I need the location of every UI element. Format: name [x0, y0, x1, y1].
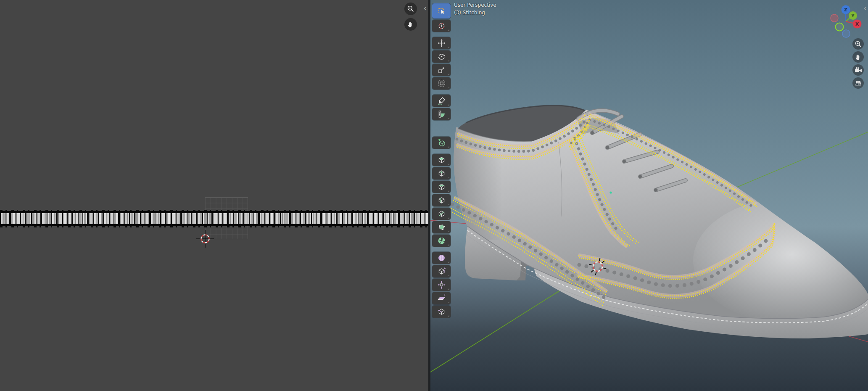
tool-measure[interactable] [432, 108, 451, 120]
active-vertex-dot [609, 191, 612, 193]
tool-spin[interactable] [432, 235, 451, 247]
tool-loop-cut[interactable] [432, 194, 451, 206]
blender-window: ‹ [0, 0, 868, 391]
gizmo-axis-y[interactable]: Y [849, 11, 857, 20]
orientation-gizmo[interactable]: Z Y X [827, 3, 864, 40]
gizmo-axis-z[interactable]: Z [842, 5, 850, 14]
tool-cursor[interactable] [432, 20, 451, 32]
svg-text:X: X [855, 21, 859, 27]
pan-hand-icon[interactable] [852, 51, 864, 63]
zoom-icon[interactable] [852, 38, 864, 50]
svg-text:Y: Y [851, 13, 855, 18]
viewport-canvas[interactable] [430, 0, 868, 391]
gizmo-axis-x-neg[interactable] [831, 14, 838, 22]
tool-bevel[interactable] [432, 181, 451, 193]
uv-editor-panel[interactable]: ‹ [0, 0, 428, 391]
uv-nav-gizmos [404, 3, 417, 31]
tool-annotate[interactable] [432, 95, 451, 107]
viewport-nav-gizmos [852, 38, 864, 89]
gizmo-axis-x[interactable]: X [853, 20, 862, 29]
tool-select-box[interactable] [432, 3, 451, 18]
pan-hand-icon[interactable] [404, 18, 417, 31]
tool-rip-region[interactable] [432, 306, 451, 318]
svg-text:Z: Z [844, 7, 847, 13]
tool-knife[interactable] [432, 208, 451, 220]
tool-rotate[interactable] [432, 50, 451, 63]
tool-move[interactable] [432, 37, 451, 49]
tool-add-cube[interactable] [432, 137, 451, 149]
tool-scale[interactable] [432, 64, 451, 76]
tool-transform[interactable] [432, 77, 451, 90]
tool-poly-build[interactable] [432, 221, 451, 233]
tool-shrink-fatten[interactable] [432, 279, 451, 291]
tool-shear[interactable] [432, 292, 451, 304]
toolbar [432, 3, 451, 319]
tool-edge-slide[interactable] [432, 265, 451, 277]
sidebar-collapse-handle-icon[interactable]: ‹ [863, 4, 867, 12]
orthographic-grid-icon[interactable] [852, 77, 864, 89]
tool-extrude-region[interactable] [432, 154, 451, 166]
uv-islands-strip [0, 211, 428, 226]
uv-collapse-handle-icon[interactable]: ‹ [423, 4, 427, 12]
zoom-icon[interactable] [404, 3, 417, 15]
tool-smooth[interactable] [432, 252, 451, 264]
shoe-mesh-object [447, 106, 868, 338]
uv-2d-cursor [196, 230, 214, 248]
tool-inset-faces[interactable] [432, 167, 451, 180]
gizmo-axis-y-neg[interactable] [836, 23, 844, 31]
gizmo-axis-z-neg[interactable] [842, 30, 850, 37]
viewport-3d[interactable]: User Perspective (3) Stitching Z Y [430, 0, 868, 391]
camera-icon[interactable] [852, 64, 864, 76]
